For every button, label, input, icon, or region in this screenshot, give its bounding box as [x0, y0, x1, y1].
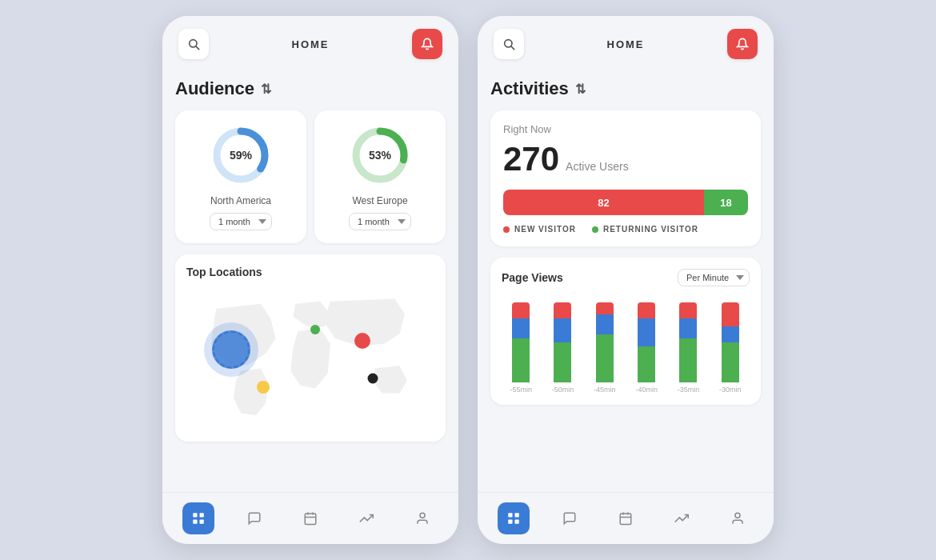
nav-calendar-right[interactable]	[610, 502, 642, 534]
right-bell-button[interactable]	[727, 29, 758, 59]
audience-sort-icon: ⇅	[261, 82, 271, 97]
bar-blue	[679, 318, 697, 338]
chart-area: -55min-50min-45min-40min-35min-30min	[502, 298, 750, 394]
chart-bar-group: -35min	[672, 302, 704, 394]
map-container	[186, 286, 434, 430]
bar-time-label: -35min	[678, 386, 700, 394]
svg-rect-9	[200, 520, 204, 524]
bar-blue	[554, 318, 571, 342]
page-views-card: Page Views Per Minute Per Hour Per Day -…	[490, 258, 761, 405]
svg-line-1	[196, 46, 199, 50]
legend-returning-dot	[592, 226, 598, 233]
right-header-title: HOME	[607, 38, 645, 50]
bar-time-label: -50min	[552, 386, 574, 394]
top-locations-card: Top Locations	[175, 254, 446, 442]
bar-red	[512, 302, 530, 318]
legend-row: NEW VISITOR RETURNING VISITOR	[503, 225, 748, 234]
nav-grid-right[interactable]	[498, 502, 530, 534]
top-locations-title: Top Locations	[186, 266, 434, 278]
audience-title: Audience ⇅	[175, 78, 446, 99]
right-header: HOME	[478, 16, 774, 72]
legend-new: NEW VISITOR	[503, 225, 576, 234]
activities-sort-icon: ⇅	[575, 82, 586, 97]
bar-stack	[596, 302, 614, 382]
nav-trending-right[interactable]	[666, 502, 698, 534]
nav-trending-left[interactable]	[350, 502, 382, 534]
left-header-title: HOME	[292, 38, 330, 50]
page-views-header: Page Views Per Minute Per Hour Per Day	[502, 269, 750, 286]
chart-bar-group: -50min	[546, 302, 578, 394]
svg-point-25	[735, 513, 740, 518]
right-now-label: Right Now	[503, 123, 748, 135]
bar-time-label: -45min	[594, 386, 616, 394]
bar-green	[512, 338, 530, 382]
north-america-period[interactable]: 1 month 3 months 6 months	[210, 213, 272, 230]
bar-blue	[596, 314, 614, 334]
left-header: HOME	[162, 16, 458, 72]
bar-stack	[722, 302, 739, 382]
north-america-label: North America	[210, 195, 271, 206]
visitor-bar: 82 18	[503, 190, 748, 215]
active-users-row: 270 Active Users	[503, 140, 748, 178]
chart-bar-group: -40min	[630, 302, 662, 394]
bar-new: 82	[503, 190, 704, 215]
page-views-title: Page Views	[502, 271, 563, 284]
right-search-button[interactable]	[494, 29, 524, 59]
bar-time-label: -55min	[510, 386, 532, 394]
north-america-card: 59% North America 1 month 3 months 6 mon…	[175, 110, 306, 243]
left-bell-button[interactable]	[412, 29, 442, 59]
bar-red	[638, 302, 655, 318]
active-users-label: Active Users	[566, 160, 629, 173]
svg-rect-19	[508, 520, 512, 524]
bar-stack	[679, 302, 697, 382]
bar-red	[596, 302, 614, 314]
left-search-button[interactable]	[178, 29, 209, 59]
left-content: Audience ⇅ 59% North America	[162, 72, 458, 492]
north-america-donut: 59%	[209, 123, 273, 187]
nav-grid-left[interactable]	[182, 502, 214, 534]
legend-new-dot	[503, 226, 510, 233]
bar-red	[679, 302, 697, 318]
bar-time-label: -30min	[719, 386, 742, 394]
nav-chat-right[interactable]	[554, 502, 586, 534]
svg-rect-21	[620, 514, 631, 525]
legend-returning: RETURNING VISITOR	[592, 225, 698, 234]
left-phone: HOME Audience ⇅	[162, 16, 458, 544]
dot-sa	[257, 381, 270, 394]
west-europe-card: 53% West Europe 1 month 3 months 6 month…	[314, 110, 446, 243]
dot-asia	[354, 333, 370, 349]
west-europe-pct: 53%	[369, 149, 391, 162]
activities-title: Activities ⇅	[490, 78, 761, 99]
right-bottom-nav	[478, 492, 774, 544]
bar-stack	[512, 302, 530, 382]
svg-point-14	[420, 513, 425, 518]
bar-red	[554, 302, 571, 318]
nav-calendar-left[interactable]	[294, 502, 326, 534]
dot-africa	[367, 374, 378, 384]
svg-rect-6	[193, 513, 197, 517]
nav-person-left[interactable]	[406, 502, 438, 534]
right-phone: HOME Activities ⇅ Right Now 270 Active U…	[478, 16, 774, 544]
chart-bar-group: -55min	[505, 302, 537, 394]
bar-blue	[512, 318, 530, 338]
svg-rect-20	[515, 520, 519, 524]
west-europe-donut: 53%	[348, 123, 412, 187]
svg-line-16	[511, 46, 514, 50]
west-europe-period[interactable]: 1 month 3 months 6 months	[349, 213, 411, 230]
active-count: 270	[503, 140, 559, 178]
nav-person-right[interactable]	[722, 502, 754, 534]
bar-blue	[722, 326, 739, 342]
svg-rect-18	[515, 513, 519, 517]
right-content: Activities ⇅ Right Now 270 Active Users …	[478, 72, 774, 492]
donut-row: 59% North America 1 month 3 months 6 mon…	[175, 110, 446, 243]
svg-rect-10	[305, 514, 316, 525]
bar-stack	[554, 302, 571, 382]
bar-green	[722, 342, 739, 382]
bar-green	[554, 342, 571, 382]
nav-chat-left[interactable]	[238, 502, 270, 534]
bar-red	[722, 302, 739, 326]
per-minute-select[interactable]: Per Minute Per Hour Per Day	[678, 269, 750, 286]
phones-container: HOME Audience ⇅	[146, 0, 790, 560]
north-america-pct: 59%	[230, 149, 252, 162]
svg-rect-7	[200, 513, 204, 517]
